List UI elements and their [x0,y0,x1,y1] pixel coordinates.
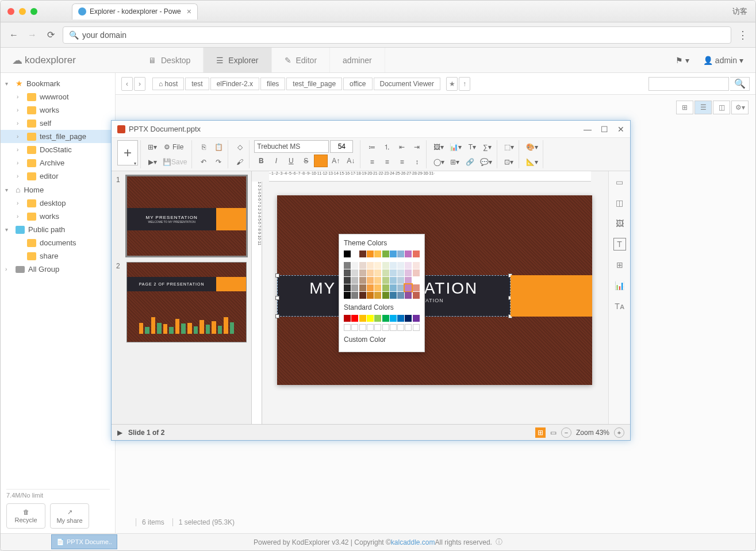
color-swatch[interactable] [344,269,351,276]
underline-button[interactable]: U [284,154,298,168]
browser-tab[interactable]: Explorer - kodexplorer - Powe × [72,3,198,20]
color-swatch[interactable] [351,262,358,269]
color-swatch[interactable] [359,251,366,257]
new-slide-button[interactable]: + [117,140,138,165]
color-swatch[interactable] [413,262,420,269]
chart-settings-icon[interactable]: 📊 [613,279,626,292]
number-button[interactable]: ⒈ [380,140,394,154]
color-swatch[interactable] [382,284,389,291]
window-close-icon[interactable]: ✕ [617,125,624,134]
play-button[interactable]: ▶▾ [145,155,159,169]
thumbnail-1[interactable]: 1 MY PRESENTATIONWELCOME TO MY PRESENTAT… [116,176,247,256]
nav-reload-icon[interactable]: ⟳ [44,29,57,41]
color-swatch[interactable] [367,292,374,299]
align-right-button[interactable]: ≡ [395,155,409,169]
color-swatch[interactable] [344,315,351,322]
crumb-forward-icon[interactable]: › [134,77,145,91]
color-swatch[interactable] [390,284,397,291]
color-swatch[interactable] [367,277,374,284]
color-swatch[interactable] [367,315,374,322]
recycle-button[interactable]: 🗑Recycle [6,503,45,529]
shape-button[interactable]: ◯▾ [431,155,447,169]
accent-shape[interactable] [511,275,592,317]
path-star-icon[interactable]: ★ [446,77,458,91]
image-button[interactable]: 🖼▾ [431,140,446,154]
color-swatch[interactable] [344,262,351,269]
color-swatch[interactable] [359,269,366,276]
color-swatch[interactable] [374,277,381,284]
info-icon[interactable]: ⓘ [496,537,502,547]
color-swatch[interactable] [405,324,412,331]
path-up-icon[interactable]: ↑ [459,77,470,91]
color-swatch[interactable] [397,292,404,299]
flag-menu[interactable]: ⚑ ▾ [670,53,694,68]
color-swatch[interactable] [405,277,412,284]
fit-page-icon[interactable]: ▭ [550,429,557,437]
view-list-button[interactable]: ☰ [694,101,712,114]
tab-desktop[interactable]: 🖥Desktop [136,48,204,72]
align-left-button[interactable]: ≡ [365,155,379,169]
color-swatch[interactable] [382,251,389,257]
crumb-home[interactable]: ⌂ host [152,78,184,90]
nav-back-icon[interactable]: ← [7,29,20,41]
crumb-elfinder[interactable]: elFinder-2.x [210,78,259,90]
sidebar-item-documents[interactable]: documents [1,236,115,249]
color-swatch[interactable] [359,262,366,269]
color-swatch[interactable] [413,269,420,276]
color-swatch[interactable] [344,284,351,291]
color-swatch[interactable] [382,262,389,269]
tab-explorer[interactable]: ☰Explorer [204,48,271,72]
italic-button[interactable]: I [269,154,283,168]
color-swatch[interactable] [351,269,358,276]
comment-button[interactable]: 💬▾ [478,155,494,169]
color-swatch[interactable] [344,292,351,299]
crumb-files[interactable]: files [260,78,285,90]
color-swatch[interactable] [390,262,397,269]
color-swatch[interactable] [405,251,412,257]
increase-font-button[interactable]: A↑ [329,154,343,168]
color-swatch[interactable] [405,292,412,299]
color-swatch[interactable] [390,269,397,276]
text-settings-icon[interactable]: T [613,238,626,251]
color-swatch[interactable] [405,284,412,291]
outdent-button[interactable]: ⇤ [395,140,409,154]
shape-settings-icon[interactable]: ◫ [613,196,626,209]
link-button[interactable]: 🔗 [463,155,477,169]
main-slide[interactable]: MY PRESENTATION WELCOME TO MY PRESENTATI… [277,195,592,385]
file-menu[interactable]: ⚙ File [160,143,187,151]
copy-button[interactable]: ⎘ [197,140,210,154]
textart-settings-icon[interactable]: Tᴀ [613,300,626,313]
color-swatch[interactable] [390,251,397,257]
view-grid-button[interactable]: ⊞ [676,101,693,114]
color-swatch[interactable] [367,324,374,331]
search-button[interactable]: 🔍 [730,77,750,91]
play-icon[interactable]: ▶ [117,429,122,437]
decrease-font-button[interactable]: A↓ [344,154,358,168]
maximize-window-icon[interactable] [30,8,37,15]
sidebar-item-wwwroot[interactable]: ›wwwroot [1,90,115,103]
minimize-window-icon[interactable] [19,8,26,15]
color-swatch[interactable] [351,324,358,331]
color-swatch[interactable] [397,315,404,322]
color-swatch[interactable] [351,315,358,322]
table-button[interactable]: ⊞▾ [448,155,462,169]
color-swatch[interactable] [374,315,381,322]
color-swatch[interactable] [367,262,374,269]
color-swatch[interactable] [344,251,351,257]
color-swatch[interactable] [359,315,366,322]
color-swatch[interactable] [397,277,404,284]
bold-button[interactable]: B [254,154,268,168]
color-swatch[interactable] [359,284,366,291]
sidebar-home-header[interactable]: ▾⌂Home [1,183,115,196]
redo-button[interactable]: ↷ [212,155,225,169]
color-swatch[interactable] [374,262,381,269]
color-swatch[interactable] [413,324,420,331]
color-swatch[interactable] [344,324,351,331]
sidebar-item-archive[interactable]: ›Archive [1,156,115,169]
crumb-back-icon[interactable]: ‹ [121,77,133,91]
color-swatch[interactable] [374,284,381,291]
crumb-test[interactable]: test [185,78,209,90]
font-size-select[interactable] [330,140,353,153]
color-swatch[interactable] [374,324,381,331]
font-color-button[interactable] [314,155,328,167]
